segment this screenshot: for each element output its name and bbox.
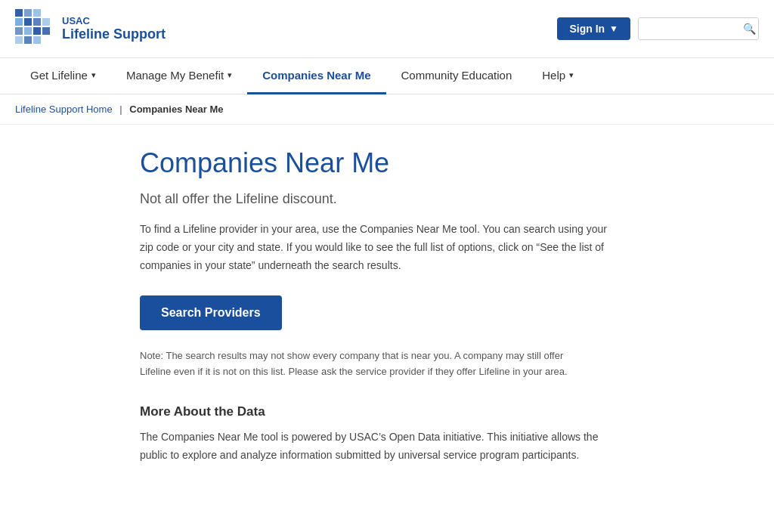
main-content: Companies Near Me Not all offer the Life… bbox=[0, 125, 718, 495]
svg-rect-13 bbox=[33, 36, 41, 44]
signin-chevron-icon: ▼ bbox=[609, 23, 618, 34]
svg-rect-6 bbox=[42, 18, 50, 26]
search-icon: 🔍 bbox=[743, 23, 756, 35]
svg-rect-5 bbox=[33, 18, 41, 26]
svg-rect-7 bbox=[15, 27, 23, 35]
breadcrumb-home-link[interactable]: Lifeline Support Home bbox=[15, 104, 113, 115]
manage-benefit-chevron-icon: ▾ bbox=[228, 70, 232, 80]
nav-label: Community Education bbox=[401, 69, 512, 82]
svg-rect-3 bbox=[15, 18, 23, 26]
svg-rect-12 bbox=[24, 36, 32, 44]
nav-item-manage-benefit[interactable]: Manage My Benefit ▾ bbox=[111, 58, 247, 94]
note-text: Note: The search results may not show ev… bbox=[140, 348, 593, 380]
breadcrumb: Lifeline Support Home | Companies Near M… bbox=[0, 94, 774, 125]
header-right: Sign In ▼ 🔍 bbox=[557, 17, 759, 40]
logo-area: USAC Lifeline Support bbox=[15, 9, 166, 48]
signin-button[interactable]: Sign In ▼ bbox=[557, 17, 630, 40]
more-about-heading: More About the Data bbox=[140, 404, 688, 419]
header-search-box: 🔍 bbox=[638, 17, 759, 40]
breadcrumb-separator: | bbox=[119, 104, 122, 115]
svg-rect-14 bbox=[24, 9, 32, 17]
usac-logo-icon bbox=[15, 9, 54, 48]
nav-label: Manage My Benefit bbox=[126, 69, 224, 82]
site-header: USAC Lifeline Support Sign In ▼ 🔍 bbox=[0, 0, 774, 58]
header-search-input[interactable] bbox=[639, 18, 737, 39]
nav-item-help[interactable]: Help ▾ bbox=[527, 58, 589, 94]
page-subtitle: Not all offer the Lifeline discount. bbox=[140, 191, 688, 207]
nav-item-companies-near-me[interactable]: Companies Near Me bbox=[247, 58, 385, 94]
page-description: To find a Lifeline provider in your area… bbox=[140, 221, 608, 274]
svg-rect-8 bbox=[24, 27, 32, 35]
logo-usac-label: USAC bbox=[62, 15, 166, 26]
get-lifeline-chevron-icon: ▾ bbox=[91, 70, 96, 80]
nav-item-get-lifeline[interactable]: Get Lifeline ▾ bbox=[15, 58, 111, 94]
svg-rect-11 bbox=[15, 36, 23, 44]
main-nav: Get Lifeline ▾ Manage My Benefit ▾ Compa… bbox=[0, 58, 774, 94]
nav-label: Get Lifeline bbox=[30, 69, 88, 82]
svg-rect-2 bbox=[33, 9, 41, 17]
svg-rect-0 bbox=[15, 9, 23, 17]
page-title: Companies Near Me bbox=[140, 147, 688, 179]
signin-label: Sign In bbox=[569, 23, 605, 35]
svg-rect-4 bbox=[24, 18, 32, 26]
more-about-text: The Companies Near Me tool is powered by… bbox=[140, 428, 608, 465]
logo-lifeline-label: Lifeline Support bbox=[62, 26, 166, 42]
svg-rect-9 bbox=[33, 27, 41, 35]
logo-text: USAC Lifeline Support bbox=[62, 15, 166, 42]
header-search-button[interactable]: 🔍 bbox=[737, 18, 759, 39]
svg-rect-10 bbox=[42, 27, 50, 35]
nav-label: Companies Near Me bbox=[262, 69, 370, 82]
nav-item-community-education[interactable]: Community Education bbox=[386, 58, 528, 94]
help-chevron-icon: ▾ bbox=[569, 70, 574, 80]
nav-label: Help bbox=[542, 69, 565, 82]
breadcrumb-current: Companies Near Me bbox=[129, 104, 223, 115]
search-providers-button[interactable]: Search Providers bbox=[140, 295, 282, 330]
